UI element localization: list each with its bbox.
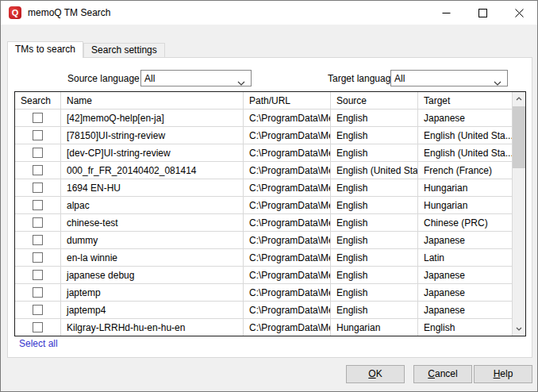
tm-target-cell: Japanese xyxy=(418,267,525,283)
table-row[interactable]: en-la winnieC:\ProgramData\Me...EnglishL… xyxy=(15,249,525,267)
search-cell xyxy=(15,232,61,248)
maximize-icon[interactable] xyxy=(464,1,501,25)
scroll-up-icon[interactable] xyxy=(513,92,525,106)
tm-source-cell: English xyxy=(331,110,418,126)
search-checkbox[interactable] xyxy=(33,165,43,175)
table-row[interactable]: chinese-testC:\ProgramData\Me...EnglishC… xyxy=(15,214,525,232)
search-checkbox[interactable] xyxy=(33,287,43,298)
tm-source-cell: English xyxy=(331,302,418,318)
titlebar[interactable]: Q memoQ TM Search xyxy=(1,1,537,25)
tm-target-cell: Japanese xyxy=(418,284,525,301)
search-cell xyxy=(15,284,61,301)
tab-tms-to-search[interactable]: TMs to search xyxy=(7,41,83,58)
cancel-button[interactable]: Cancel xyxy=(413,365,472,383)
search-cell xyxy=(15,319,61,336)
memoq-app-icon: Q xyxy=(9,6,21,19)
close-icon[interactable] xyxy=(501,1,537,25)
tabstrip: TMs to search Search settings xyxy=(7,41,165,58)
tm-name-cell: japanese debug xyxy=(61,267,244,283)
target-language-value: All xyxy=(394,73,405,84)
table-row[interactable]: 000_fr_FR_20140402_081414C:\ProgramData\… xyxy=(15,162,525,179)
target-language-label: Target language xyxy=(328,73,396,84)
search-cell xyxy=(15,267,61,283)
tm-path-cell: C:\ProgramData\Me... xyxy=(244,267,331,283)
tm-name-cell: japtemp xyxy=(61,284,244,301)
search-checkbox[interactable] xyxy=(33,113,43,123)
tm-target-cell: English xyxy=(418,319,525,336)
table-header: Search Name Path/URL Source Target xyxy=(15,92,525,110)
tab-page-tms-to-search: Source language All Target language All … xyxy=(7,57,532,358)
source-language-select[interactable]: All xyxy=(140,70,252,86)
column-header-search[interactable]: Search xyxy=(15,92,61,109)
ok-button[interactable]: OK xyxy=(346,365,405,383)
tm-name-cell: alpac xyxy=(61,197,244,213)
search-checkbox[interactable] xyxy=(33,217,43,228)
select-all-link[interactable]: Select all xyxy=(19,338,58,349)
tm-target-cell: English (United Sta... xyxy=(418,144,525,161)
table-row[interactable]: Kilgray-LRRHd-hu-en-hu-enC:\ProgramData\… xyxy=(15,319,525,336)
table-row[interactable]: japanese debugC:\ProgramData\Me...Englis… xyxy=(15,267,525,284)
source-language-label: Source language xyxy=(67,73,140,84)
tm-path-cell: C:\ProgramData\Me... xyxy=(244,319,331,336)
tm-target-cell: Japanese xyxy=(418,232,525,248)
minimize-icon[interactable] xyxy=(428,1,464,25)
search-checkbox[interactable] xyxy=(33,270,43,280)
vertical-scrollbar[interactable] xyxy=(512,92,525,336)
tm-table: Search Name Path/URL Source Target [42]m… xyxy=(14,91,526,336)
target-language-select[interactable]: All xyxy=(390,70,508,86)
window-controls xyxy=(428,1,537,25)
table-row[interactable]: alpacC:\ProgramData\Me...EnglishHungaria… xyxy=(15,197,525,214)
search-checkbox[interactable] xyxy=(33,200,43,210)
chevron-down-icon xyxy=(494,77,501,88)
table-row[interactable]: [42]memoQ-help[en-ja]C:\ProgramData\Me..… xyxy=(15,110,525,127)
scroll-down-icon[interactable] xyxy=(513,322,525,336)
search-cell xyxy=(15,110,61,126)
search-cell xyxy=(15,144,61,161)
tm-name-cell: en-la winnie xyxy=(61,249,244,266)
column-header-source[interactable]: Source xyxy=(331,92,418,109)
tm-name-cell: Kilgray-LRRHd-hu-en-hu-en xyxy=(61,319,244,336)
tm-target-cell: Japanese xyxy=(418,302,525,318)
search-cell xyxy=(15,162,61,179)
tm-path-cell: C:\ProgramData\Me... xyxy=(244,110,331,126)
tab-search-settings[interactable]: Search settings xyxy=(83,43,165,57)
tm-path-cell: C:\ProgramData\Me... xyxy=(244,144,331,161)
table-row[interactable]: [dev-CP]UI-string-reviewC:\ProgramData\M… xyxy=(15,144,525,162)
scrollbar-thumb[interactable] xyxy=(513,106,525,168)
search-checkbox[interactable] xyxy=(33,235,43,245)
chevron-down-icon xyxy=(237,77,245,88)
search-checkbox[interactable] xyxy=(33,252,43,263)
table-row[interactable]: 1694 EN-HUC:\ProgramData\Me...EnglishHun… xyxy=(15,179,525,197)
search-checkbox[interactable] xyxy=(33,183,43,193)
search-checkbox[interactable] xyxy=(33,305,43,315)
tm-name-cell: [42]memoQ-help[en-ja] xyxy=(61,110,244,126)
tm-target-cell: Chinese (PRC) xyxy=(418,214,525,231)
column-header-target[interactable]: Target xyxy=(418,92,525,109)
search-cell xyxy=(15,214,61,231)
tm-source-cell: English xyxy=(331,267,418,283)
tm-source-cell: English xyxy=(331,284,418,301)
search-cell xyxy=(15,302,61,318)
column-header-name[interactable]: Name xyxy=(61,92,244,109)
search-checkbox[interactable] xyxy=(33,148,43,158)
table-row[interactable]: dummyC:\ProgramData\Me...EnglishJapanese xyxy=(15,232,525,249)
tm-source-cell: English xyxy=(331,179,418,196)
tm-path-cell: C:\ProgramData\Me... xyxy=(244,197,331,213)
tm-path-cell: C:\ProgramData\Me... xyxy=(244,232,331,248)
search-checkbox[interactable] xyxy=(33,322,43,332)
tm-name-cell: japtemp4 xyxy=(61,302,244,318)
column-header-path-url[interactable]: Path/URL xyxy=(244,92,331,109)
tm-target-cell: English (United Sta... xyxy=(418,127,525,144)
table-row[interactable]: japtempC:\ProgramData\Me...EnglishJapane… xyxy=(15,284,525,302)
tm-name-cell: chinese-test xyxy=(61,214,244,231)
table-row[interactable]: japtemp4C:\ProgramData\Me...EnglishJapan… xyxy=(15,302,525,319)
tm-target-cell: Hungarian xyxy=(418,197,525,213)
table-row[interactable]: [78150]UI-string-reviewC:\ProgramData\Me… xyxy=(15,127,525,144)
tm-source-cell: English xyxy=(331,127,418,144)
tm-path-cell: C:\ProgramData\Me... xyxy=(244,249,331,266)
tm-name-cell: 1694 EN-HU xyxy=(61,179,244,196)
tm-target-cell: Japanese xyxy=(418,110,525,126)
search-checkbox[interactable] xyxy=(33,130,43,140)
help-button[interactable]: Help xyxy=(474,365,532,383)
tm-path-cell: C:\ProgramData\Me... xyxy=(244,127,331,144)
